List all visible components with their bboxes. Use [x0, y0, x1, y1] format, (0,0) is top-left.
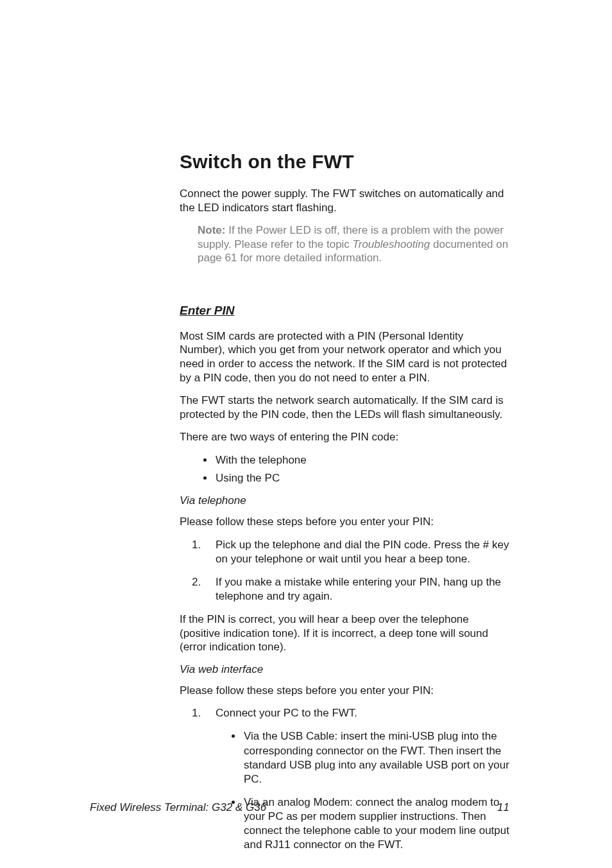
enter-pin-p2: The FWT starts the network search automa…	[180, 394, 509, 421]
list-item: Connect your PC to the FWT. Via the USB …	[204, 706, 509, 852]
list-item: Pick up the telephone and dial the PIN c…	[204, 538, 509, 566]
via-telephone-result: If the PIN is correct, you will hear a b…	[180, 612, 509, 654]
page: Switch on the FWT Connect the power supp…	[0, 0, 612, 868]
page-number: 11	[497, 801, 509, 814]
note-topic: Troubleshooting	[353, 238, 430, 250]
enter-pin-heading: Enter PIN	[180, 304, 509, 318]
intro-paragraph: Connect the power supply. The FWT switch…	[180, 187, 509, 214]
via-web-intro: Please follow these steps before you ent…	[180, 684, 509, 698]
note-label: Note:	[198, 224, 225, 236]
list-item: With the telephone	[214, 453, 509, 467]
via-web-substeps: Via the USB Cable: insert the mini-USB p…	[216, 729, 509, 852]
list-item: If you make a mistake while entering you…	[204, 575, 509, 603]
page-footer: Fixed Wireless Terminal: G32 & G36 11	[90, 801, 509, 814]
pin-entry-ways-list: With the telephone Using the PC	[180, 453, 509, 485]
via-web-step1-text: Connect your PC to the FWT.	[216, 707, 357, 719]
via-telephone-intro: Please follow these steps before you ent…	[180, 515, 509, 529]
via-web-heading: Via web interface	[180, 663, 509, 676]
enter-pin-p1: Most SIM cards are protected with a PIN …	[180, 329, 509, 385]
note-block: Note: If the Power LED is off, there is …	[198, 223, 509, 265]
via-web-steps: Connect your PC to the FWT. Via the USB …	[180, 706, 509, 852]
list-item: Using the PC	[214, 471, 509, 485]
via-telephone-steps: Pick up the telephone and dial the PIN c…	[180, 538, 509, 603]
enter-pin-p3: There are two ways of entering the PIN c…	[180, 430, 509, 444]
via-telephone-heading: Via telephone	[180, 494, 509, 507]
footer-title: Fixed Wireless Terminal: G32 & G36	[90, 801, 266, 814]
list-item: Via the USB Cable: insert the mini-USB p…	[242, 729, 509, 786]
section-heading: Switch on the FWT	[180, 151, 509, 173]
